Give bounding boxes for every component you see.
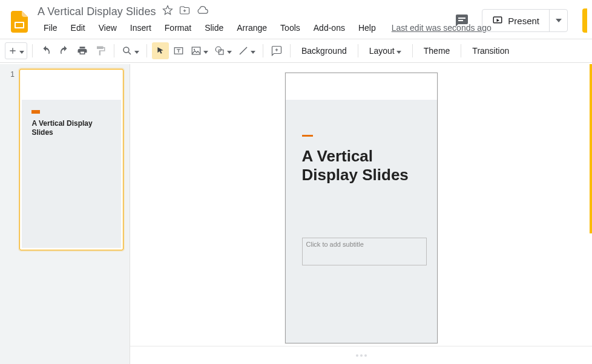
menu-slide[interactable]: Slide — [199, 21, 229, 35]
transition-button[interactable]: Transition — [466, 42, 515, 59]
present-button-group: Present — [482, 9, 568, 32]
present-dropdown[interactable] — [549, 10, 567, 31]
menu-help[interactable]: Help — [352, 21, 382, 35]
thumbnail-selected[interactable]: A Vertical Display Slides — [19, 69, 123, 250]
speaker-notes-drag-bar[interactable] — [130, 346, 592, 364]
menu-file[interactable]: File — [38, 21, 64, 35]
app-logo[interactable] — [7, 10, 31, 34]
thumbnail-row: 1 A Vertical Display Slides — [6, 69, 123, 250]
thumbnail-slide: A Vertical Display Slides — [22, 71, 121, 248]
svg-point-9 — [215, 47, 221, 52]
menu-format[interactable]: Format — [159, 21, 197, 35]
svg-point-8 — [194, 49, 195, 50]
document-title[interactable]: A Vertical Display Slides — [38, 5, 156, 18]
svg-rect-2 — [458, 18, 465, 19]
thumbnail-title: A Vertical Display Slides — [31, 119, 111, 138]
menu-tools[interactable]: Tools — [274, 21, 306, 35]
slide-accent-bar — [302, 135, 313, 137]
line-tool[interactable] — [235, 42, 258, 59]
slide-subtitle-text: Click to add subtitle — [306, 241, 364, 248]
chevron-down-icon — [227, 46, 232, 56]
toolbar: Background Layout Theme Transition — [0, 39, 592, 63]
header: A Vertical Display Slides File Edit View… — [0, 0, 592, 39]
chevron-down-icon — [134, 46, 139, 56]
layout-button[interactable]: Layout — [363, 42, 407, 59]
zoom-button[interactable] — [119, 42, 142, 59]
slide-subtitle-placeholder[interactable]: Click to add subtitle — [302, 238, 427, 265]
present-label: Present — [508, 16, 539, 26]
account-avatar-peek[interactable] — [582, 8, 587, 33]
drag-handle-icon — [356, 354, 367, 357]
shape-tool[interactable] — [212, 42, 234, 59]
open-comments-button[interactable] — [452, 10, 472, 31]
svg-point-5 — [123, 47, 129, 53]
svg-rect-1 — [16, 23, 23, 27]
move-icon[interactable] — [179, 5, 190, 18]
background-button[interactable]: Background — [295, 42, 353, 59]
filmstrip[interactable]: 1 A Vertical Display Slides — [0, 64, 130, 364]
new-slide-button[interactable] — [5, 42, 27, 59]
slide-header-bar — [286, 73, 437, 100]
chevron-down-icon — [203, 46, 208, 56]
side-panel-indicator[interactable] — [590, 64, 592, 233]
menu-edit[interactable]: Edit — [65, 21, 91, 35]
chevron-down-icon — [396, 46, 401, 56]
slide[interactable]: A Vertical Display Slides Click to add s… — [285, 73, 438, 343]
image-tool[interactable] — [188, 42, 211, 59]
menu-insert[interactable]: Insert — [124, 21, 157, 35]
star-icon[interactable] — [162, 5, 173, 18]
menu-addons[interactable]: Add-ons — [308, 21, 351, 35]
chevron-down-icon — [19, 46, 24, 56]
undo-button[interactable] — [38, 42, 54, 59]
select-tool[interactable] — [152, 42, 169, 59]
theme-button[interactable]: Theme — [418, 42, 456, 59]
cloud-status-icon[interactable] — [196, 5, 208, 18]
thumbnail-number: 1 — [6, 69, 15, 250]
redo-button[interactable] — [56, 42, 73, 59]
canvas-area[interactable]: A Vertical Display Slides Click to add s… — [130, 64, 592, 364]
print-button[interactable] — [74, 42, 91, 59]
workspace: 1 A Vertical Display Slides A Vertical D… — [0, 64, 592, 364]
textbox-tool[interactable] — [170, 42, 187, 59]
svg-rect-7 — [192, 47, 200, 54]
svg-rect-3 — [458, 20, 463, 21]
comment-tool[interactable] — [268, 42, 285, 59]
slide-title-text[interactable]: A Vertical Display Slides — [302, 147, 421, 184]
menu-view[interactable]: View — [93, 21, 123, 35]
chevron-down-icon — [251, 46, 255, 56]
layout-label: Layout — [369, 46, 395, 56]
present-button[interactable]: Present — [482, 10, 549, 31]
menu-arrange[interactable]: Arrange — [231, 21, 273, 35]
paint-format-button[interactable] — [92, 42, 109, 59]
